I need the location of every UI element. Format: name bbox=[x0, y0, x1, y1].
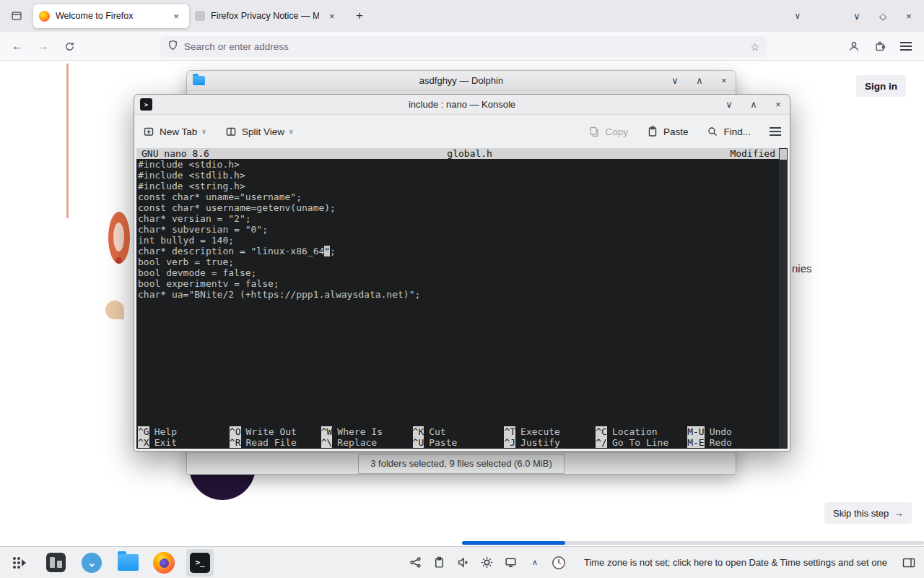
firefox-taskbar-icon[interactable] bbox=[150, 549, 178, 577]
tray-expand-icon[interactable]: ∧ bbox=[526, 554, 544, 571]
code-line-with-cursor: char* description = "linux-x86_64"; bbox=[138, 246, 788, 256]
hamburger-icon bbox=[770, 127, 781, 136]
copy-button[interactable]: Copy bbox=[588, 126, 628, 137]
firefox-nav-bar: ← → ☆ bbox=[0, 32, 924, 61]
page-artwork-line bbox=[66, 64, 69, 218]
tab-title: Welcome to Firefox bbox=[56, 11, 163, 21]
konsole-app-icon: > bbox=[140, 98, 152, 111]
nano-filename: global.h bbox=[209, 148, 730, 159]
new-tab-icon bbox=[143, 126, 154, 137]
tab-welcome-to-firefox[interactable]: Welcome to Firefox × bbox=[33, 4, 189, 28]
search-icon bbox=[707, 126, 718, 137]
new-tab-button[interactable]: New Tab ∨ bbox=[143, 126, 206, 137]
tab-privacy-notice[interactable]: Firefox Privacy Notice — M × bbox=[189, 4, 345, 28]
maximize-button[interactable]: ∧ bbox=[748, 99, 759, 110]
new-tab-button[interactable]: + bbox=[349, 6, 370, 26]
dolphin-window-title: asdfghyy — Dolphin bbox=[187, 75, 736, 86]
firefox-view-icon[interactable] bbox=[6, 5, 27, 27]
minimize-button[interactable]: ∨ bbox=[669, 75, 681, 86]
page-favicon bbox=[195, 11, 205, 21]
firefox-window-controls: ∨ ◇ × bbox=[847, 7, 918, 25]
new-tab-label: New Tab bbox=[160, 126, 197, 137]
copy-label: Copy bbox=[605, 126, 628, 137]
nano-shortcut: ^OWrite Out bbox=[230, 426, 321, 437]
konsole-window: > include : nano — Konsole ∨ ∧ × New Tab… bbox=[134, 94, 790, 452]
maximize-button[interactable]: ∧ bbox=[694, 75, 705, 86]
konsole-title-bar: > include : nano — Konsole ∨ ∧ × bbox=[134, 95, 790, 115]
extensions-icon[interactable] bbox=[868, 35, 892, 58]
nano-shortcut: ^CLocation bbox=[596, 426, 687, 437]
code-line: bool experimentv = false; bbox=[138, 278, 788, 289]
konsole-taskbar-icon[interactable]: >_ bbox=[186, 549, 214, 577]
nano-buffer: #include <stdio.h> #include <stdlib.h> #… bbox=[136, 159, 788, 300]
nano-shortcut: ^\Replace bbox=[321, 437, 413, 448]
nano-shortcut: ^UPaste bbox=[413, 437, 505, 448]
bookmark-star-icon[interactable]: ☆ bbox=[750, 41, 759, 53]
nano-shortcut: M-UUndo bbox=[687, 426, 779, 437]
sign-in-button[interactable]: Sign in bbox=[856, 75, 906, 97]
tab-close-icon[interactable]: × bbox=[169, 9, 183, 23]
konsole-toolbar: New Tab ∨ Split View ∨ Copy Paste bbox=[134, 115, 790, 148]
page-text-fragment: nies bbox=[792, 262, 812, 275]
terminal-scrollbar[interactable] bbox=[779, 148, 788, 449]
close-button[interactable]: × bbox=[718, 75, 730, 86]
nano-shortcut: ^JJustify bbox=[504, 437, 596, 448]
code-line: bool verb = true; bbox=[138, 256, 788, 267]
restore-button[interactable]: ◇ bbox=[873, 7, 892, 25]
display-icon[interactable] bbox=[502, 554, 520, 571]
page-artwork-dot bbox=[116, 257, 122, 264]
chevron-down-icon[interactable]: ∨ bbox=[201, 128, 206, 135]
back-button[interactable]: ← bbox=[6, 35, 29, 58]
desktop: Welcome to Firefox × Firefox Privacy Not… bbox=[0, 0, 924, 578]
volume-muted-icon[interactable] bbox=[455, 554, 472, 571]
skip-step-button[interactable]: Skip this step → bbox=[824, 502, 912, 524]
system-tray: ∧ Time zone is not set; click here to op… bbox=[407, 553, 918, 572]
application-launcher-icon[interactable] bbox=[6, 549, 33, 577]
nano-shortcut: ^/Go To Line bbox=[596, 437, 687, 448]
discover-icon[interactable]: ⌄ bbox=[78, 549, 105, 577]
split-view-button[interactable]: Split View ∨ bbox=[225, 126, 294, 137]
nano-version: GNU nano 8.6 bbox=[136, 148, 209, 159]
timezone-notification[interactable]: Time zone is not set; click here to open… bbox=[584, 557, 887, 568]
paste-label: Paste bbox=[663, 126, 689, 137]
paste-icon bbox=[647, 126, 658, 137]
terminal[interactable]: GNU nano 8.6 global.h Modified #include … bbox=[136, 148, 788, 449]
konsole-menu-button[interactable] bbox=[770, 127, 781, 136]
panel-settings-icon[interactable] bbox=[899, 553, 918, 572]
selection-status-text: 3 folders selected, 9 files selected (6.… bbox=[358, 454, 564, 474]
nano-shortcut: ^XExit bbox=[138, 437, 230, 448]
brightness-icon[interactable] bbox=[479, 554, 496, 571]
menu-icon[interactable] bbox=[894, 35, 918, 58]
arrow-right-icon: → bbox=[894, 508, 903, 519]
code-line: char* versian = "2"; bbox=[138, 213, 788, 224]
clock-icon[interactable] bbox=[550, 554, 567, 571]
nano-shortcut-bar: ^GHelp ^OWrite Out ^WWhere Is ^KCut ^TEx… bbox=[138, 426, 779, 448]
dolphin-title-bar: asdfghyy — Dolphin ∨ ∧ × bbox=[187, 71, 736, 91]
clipboard-icon[interactable] bbox=[431, 554, 448, 571]
dolphin-taskbar-icon[interactable] bbox=[114, 549, 141, 577]
reload-button[interactable] bbox=[58, 35, 81, 58]
url-bar[interactable]: ☆ bbox=[160, 36, 767, 57]
minimize-button[interactable]: ∨ bbox=[723, 99, 735, 110]
system-settings-icon[interactable] bbox=[42, 549, 69, 577]
forward-button[interactable]: → bbox=[32, 35, 55, 58]
tab-close-icon[interactable]: × bbox=[325, 9, 339, 23]
close-button[interactable]: × bbox=[772, 99, 784, 110]
close-button[interactable]: × bbox=[899, 7, 918, 25]
input-method-icon[interactable] bbox=[407, 554, 424, 571]
account-icon[interactable] bbox=[842, 35, 866, 58]
nano-title-bar: GNU nano 8.6 global.h Modified bbox=[136, 148, 779, 159]
minimize-button[interactable]: ∨ bbox=[847, 7, 866, 25]
paste-button[interactable]: Paste bbox=[647, 126, 689, 137]
code-line: #include <stdio.h> bbox=[138, 159, 788, 170]
find-button[interactable]: Find... bbox=[707, 126, 751, 137]
nano-modified-flag: Modified bbox=[730, 148, 779, 159]
konsole-window-title: include : nano — Konsole bbox=[134, 99, 790, 110]
scrollbar-thumb[interactable] bbox=[780, 149, 787, 160]
search-input[interactable] bbox=[184, 41, 744, 52]
code-line: char* ua="BNite/2 (+https://ppp1.alwaysd… bbox=[138, 289, 788, 300]
chevron-down-icon[interactable]: ∨ bbox=[289, 128, 294, 135]
taskbar: ⌄ >_ ∧ bbox=[0, 546, 924, 578]
tab-title: Firefox Privacy Notice — M bbox=[211, 11, 319, 21]
list-all-tabs-icon[interactable]: ∨ bbox=[788, 7, 807, 25]
